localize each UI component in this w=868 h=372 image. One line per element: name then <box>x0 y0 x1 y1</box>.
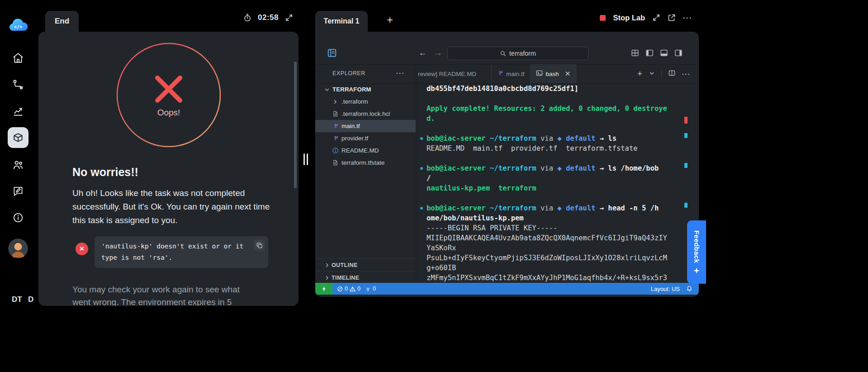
tab-bash-terminal[interactable]: bash ✕ <box>531 64 577 83</box>
command-marker-icon: ● <box>420 203 423 213</box>
search-input[interactable]: terraform <box>447 47 588 60</box>
new-terminal-icon[interactable]: + <box>637 69 642 79</box>
info-icon <box>332 148 340 153</box>
split-terminal-icon[interactable] <box>669 70 675 78</box>
back-arrow-icon[interactable]: ← <box>418 48 427 58</box>
ports-indicator[interactable]: 0 <box>365 286 376 292</box>
tab-main-tf-label: main.tf <box>506 71 525 77</box>
remote-explorer-icon[interactable] <box>327 48 337 60</box>
terminal-icon <box>536 70 543 78</box>
editor-tab-bar: review] README.MD main.tf <box>416 64 699 83</box>
scroll-marker-command <box>684 133 688 138</box>
explorer-tree: TERRAFORM .terraform .terraform.lock.hcl <box>315 83 416 169</box>
terminal-dropdown-icon[interactable] <box>649 70 655 78</box>
keyboard-layout[interactable]: Layout: US <box>651 286 680 292</box>
terminal-more-icon[interactable]: ··· <box>682 71 691 77</box>
explorer-item-provider-tf[interactable]: provider.tf <box>315 132 416 144</box>
terminal-line: d. <box>427 114 693 124</box>
command-marker-icon: ● <box>420 134 423 143</box>
oops-circle <box>115 42 222 148</box>
vscode-statusbar: 0 0 0 Layout: US <box>315 283 699 295</box>
lightning-icon <box>321 286 327 292</box>
home-icon[interactable] <box>12 52 24 66</box>
explorer-title: EXPLORER <box>332 70 365 76</box>
community-icon[interactable] <box>12 159 24 172</box>
terminal-panel: Terminal 1 + Stop Lab ··· <box>315 4 699 297</box>
progress-chart-icon[interactable] <box>12 105 24 119</box>
user-avatar[interactable] <box>8 238 28 258</box>
tab-terminal-1[interactable]: Terminal 1 <box>315 11 368 32</box>
tab-main-tf[interactable]: main.tf <box>492 64 531 83</box>
terminal-line: zMFmy5nIPXSxvmBqC1tZkF9mXxAYyJhP1MoG1aqf… <box>427 273 693 283</box>
toggle-panel-icon[interactable] <box>660 49 668 59</box>
search-value: terraform <box>509 50 536 57</box>
file-icon <box>332 160 340 166</box>
screen: </> <box>0 0 868 372</box>
left-rail: </> <box>0 0 36 372</box>
app-logo-cloud-code-icon[interactable]: </> <box>8 17 28 35</box>
explorer-item-lock-hcl[interactable]: .terraform.lock.hcl <box>315 108 416 120</box>
section-timeline[interactable]: TIMELINE <box>315 271 416 284</box>
terminal-line: ●bob@iac-server ~/terraform via ◆ defaul… <box>427 163 693 173</box>
problems-indicator[interactable]: 0 0 <box>337 286 360 292</box>
search-icon <box>500 50 506 57</box>
terminal-line: / <box>427 173 693 183</box>
remote-indicator[interactable] <box>315 283 332 295</box>
more-options-icon[interactable]: ··· <box>683 14 693 22</box>
terminal-line: MIIEpQIBAAKCAQEA4UvzAb9ata8ZQcQX0AqnemcF… <box>427 233 693 243</box>
feedback-chat-icon[interactable] <box>12 185 24 199</box>
terminal-line: PsuLb+dIyFSkeyCtyomPjipSJ3E6dZoWIposLJIx… <box>427 253 693 263</box>
explorer-root-label: TERRAFORM <box>332 86 371 93</box>
close-tab-icon[interactable]: ✕ <box>565 70 571 78</box>
left-panel-scrollbar[interactable] <box>294 62 297 188</box>
section-outline[interactable]: OUTLINE <box>315 258 416 271</box>
explorer-item-main-tf[interactable]: main.tf <box>315 120 416 132</box>
terminal-line: Apply complete! Resources: 2 added, 0 ch… <box>427 104 693 114</box>
explorer-more-icon[interactable]: ··· <box>396 70 405 76</box>
explorer-item-tfstate[interactable]: terraform.tfstate <box>315 157 416 169</box>
terminal-line: -----BEGIN RSA PRIVATE KEY----- <box>427 223 693 233</box>
explorer-root-terraform[interactable]: TERRAFORM <box>315 83 416 95</box>
result-heading: No worries!! <box>72 166 138 179</box>
toggle-secondary-sidebar-icon[interactable] <box>674 49 683 59</box>
toggle-sidebar-icon[interactable] <box>645 49 654 59</box>
terminal-line: ●bob@iac-server ~/terraform via ◆ defaul… <box>427 203 693 213</box>
countdown-timer: 02:58 <box>258 13 279 22</box>
file-icon <box>332 111 340 117</box>
bell-icon[interactable] <box>686 286 693 292</box>
scroll-marker-command <box>684 163 688 168</box>
explorer-item-readme[interactable]: README.MD <box>315 144 416 157</box>
errors-icon <box>337 286 343 292</box>
scroll-marker-command <box>684 203 688 208</box>
task-result-body: Oops! No worries!! Uh oh! Looks like the… <box>38 32 299 306</box>
terraform-icon <box>332 123 340 129</box>
open-external-icon[interactable] <box>668 14 676 22</box>
command-marker-icon: ● <box>420 163 423 173</box>
add-terminal-tab-icon[interactable]: + <box>387 14 393 26</box>
expand-icon[interactable] <box>285 14 293 22</box>
info-icon[interactable] <box>12 212 24 225</box>
labs-nav-active[interactable] <box>8 127 28 148</box>
cube-icon <box>12 132 24 143</box>
tab-readme-preview[interactable]: review] README.MD <box>416 64 492 83</box>
tab-end[interactable]: End <box>45 11 79 32</box>
vscode-window: ← → terraform <box>315 32 699 297</box>
feedback-button[interactable]: Feedback <box>687 220 706 284</box>
copy-icon[interactable] <box>254 240 265 251</box>
expand-icon[interactable] <box>652 14 660 22</box>
svg-text:</>: </> <box>14 24 22 29</box>
errors-count: 0 <box>345 286 348 292</box>
explorer-item-dot-terraform[interactable]: .terraform <box>315 95 416 108</box>
explorer-header: EXPLORER ··· <box>315 64 416 83</box>
stopwatch-icon <box>243 14 251 22</box>
terminal-line: ●bob@iac-server ~/terraform via ◆ defaul… <box>427 134 693 143</box>
panel-resize-handle[interactable] <box>304 153 310 166</box>
terminal-output[interactable]: db455bf47deb14810a0cbcbd8d769c25df1]Appl… <box>416 83 693 283</box>
feedback-label: Feedback <box>693 230 701 263</box>
stop-lab-button[interactable]: Stop Lab <box>613 14 645 22</box>
customize-layout-icon[interactable] <box>631 49 639 59</box>
learning-path-icon[interactable] <box>12 79 24 92</box>
terraform-icon <box>497 70 503 77</box>
forward-arrow-icon[interactable]: → <box>434 48 442 58</box>
explorer-bottom-sections: OUTLINE TIMELINE <box>315 258 416 284</box>
